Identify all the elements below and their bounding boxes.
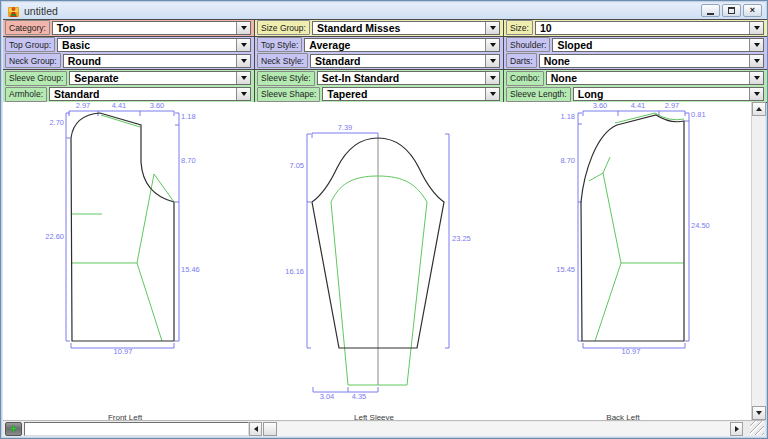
- size-value: 10: [536, 22, 749, 34]
- combo-label: Combo:: [506, 71, 544, 86]
- dim-label: 22.60: [34, 233, 64, 241]
- size-group-combobox[interactable]: Standard Misses: [312, 21, 500, 35]
- pattern-canvas[interactable]: 2.97 4.41 3.60 2.70 22.60 1.18 8.70 15.4…: [3, 102, 753, 420]
- dim-label: 24.50: [691, 222, 721, 230]
- minimize-button[interactable]: [701, 4, 720, 17]
- sleeve-shape-combobox[interactable]: Tapered: [322, 87, 500, 101]
- arrow-up-icon: [756, 107, 762, 111]
- dim-label: 15.45: [545, 266, 575, 274]
- chevron-down-icon[interactable]: [236, 88, 250, 100]
- chevron-down-icon[interactable]: [749, 22, 763, 34]
- vertical-scrollbar[interactable]: [751, 102, 765, 420]
- piece-name-back-left: Back Left: [583, 413, 663, 420]
- dim-label: 2.97: [70, 102, 96, 110]
- scroll-right-button[interactable]: [730, 422, 743, 436]
- chevron-down-icon[interactable]: [749, 55, 763, 67]
- size-group-value: Standard Misses: [313, 22, 485, 34]
- sleeve-shape-label: Sleeve Shape:: [257, 87, 320, 102]
- chevron-down-icon[interactable]: [749, 72, 763, 84]
- close-button[interactable]: ×: [743, 4, 762, 17]
- chevron-down-icon[interactable]: [236, 72, 250, 84]
- dim-label: 8.70: [181, 157, 211, 165]
- front-dimension-brackets: [66, 111, 179, 348]
- chevron-down-icon[interactable]: [485, 55, 499, 67]
- chevron-down-icon[interactable]: [236, 55, 250, 67]
- dim-label: 2.70: [34, 119, 64, 127]
- scroll-up-button[interactable]: [752, 102, 766, 116]
- size-label: Size:: [506, 20, 533, 35]
- shoulder-value: Sloped: [553, 39, 749, 51]
- sleeve-length-combobox[interactable]: Long: [573, 87, 764, 101]
- neck-group-combobox[interactable]: Round: [63, 54, 251, 68]
- title-bar[interactable]: untitled ×: [3, 3, 765, 19]
- sleeve-group-value: Separate: [70, 72, 236, 84]
- dim-label: 16.16: [274, 268, 304, 276]
- sleeve-style-combobox[interactable]: Set-In Standard: [317, 71, 500, 85]
- chevron-down-icon[interactable]: [236, 39, 250, 51]
- piece-name-left-sleeve: Left Sleeve: [334, 413, 414, 420]
- maximize-button[interactable]: [722, 4, 741, 17]
- combo-combobox[interactable]: None: [546, 71, 764, 85]
- dim-label: 2.97: [659, 102, 685, 110]
- combo-value: None: [547, 72, 749, 84]
- sleeve-style-label: Sleeve Style:: [257, 71, 315, 86]
- sleeve-group-label: Sleeve Group:: [5, 71, 67, 86]
- armhole-combobox[interactable]: Standard: [49, 87, 251, 101]
- top-group-label: Top Group:: [5, 37, 55, 52]
- category-label: Category:: [5, 20, 50, 35]
- piece-name-front-left: Front Left: [85, 413, 165, 420]
- field-top-group: Top Group: Basic: [3, 37, 255, 54]
- window-title: untitled: [24, 5, 58, 17]
- scroll-left-button[interactable]: [249, 422, 262, 436]
- field-armhole: Armhole: Standard: [3, 86, 255, 103]
- chevron-down-icon[interactable]: [485, 72, 499, 84]
- arrow-left-icon: [254, 426, 258, 432]
- pattern-options-panel: Category: Top Size Group: Standard Misse…: [3, 19, 767, 102]
- neck-style-value: Standard: [311, 55, 485, 67]
- scroll-down-button[interactable]: [752, 406, 766, 420]
- field-sleeve-style: Sleeve Style: Set-In Standard: [255, 70, 504, 87]
- sleeve-group-combobox[interactable]: Separate: [69, 71, 251, 85]
- back-left-outline[interactable]: [581, 115, 684, 341]
- darts-value: None: [540, 55, 749, 67]
- dim-label: 0.81: [691, 111, 721, 119]
- neck-group-value: Round: [64, 55, 236, 67]
- front-left-outline[interactable]: [71, 113, 174, 341]
- resize-grip-icon[interactable]: [750, 421, 764, 435]
- chevron-down-icon[interactable]: [485, 88, 499, 100]
- maximize-icon: [728, 7, 735, 14]
- field-combo: Combo: None: [504, 70, 767, 87]
- darts-combobox[interactable]: None: [539, 54, 764, 68]
- chevron-down-icon[interactable]: [485, 39, 499, 51]
- sleeve-style-value: Set-In Standard: [318, 72, 485, 84]
- chevron-down-icon[interactable]: [749, 39, 763, 51]
- neck-style-combobox[interactable]: Standard: [310, 54, 500, 68]
- sleeve-length-value: Long: [574, 88, 749, 100]
- darts-label: Darts:: [506, 53, 537, 68]
- horizontal-scrollbar[interactable]: [249, 422, 743, 436]
- dim-label: 4.35: [346, 393, 372, 401]
- pattern-tool-button[interactable]: +: [5, 422, 22, 436]
- green-plus-icon: +: [10, 424, 17, 434]
- dim-label: 3.60: [587, 102, 613, 110]
- arrow-down-icon: [756, 411, 762, 415]
- dim-label: 7.05: [274, 162, 304, 170]
- sleeve-length-label: Sleeve Length:: [506, 87, 571, 102]
- horizontal-scrollbar-thumb[interactable]: [263, 422, 277, 436]
- category-combobox[interactable]: Top: [52, 21, 251, 35]
- top-group-combobox[interactable]: Basic: [57, 38, 251, 52]
- chevron-down-icon[interactable]: [749, 88, 763, 100]
- neck-group-label: Neck Group:: [5, 53, 61, 68]
- field-sleeve-length: Sleeve Length: Long: [504, 86, 767, 103]
- dim-label: 4.41: [625, 102, 651, 110]
- chevron-down-icon[interactable]: [485, 22, 499, 34]
- sleeve-shape-value: Tapered: [323, 88, 485, 100]
- chevron-down-icon[interactable]: [236, 22, 250, 34]
- shoulder-combobox[interactable]: Sloped: [552, 38, 764, 52]
- size-combobox[interactable]: 10: [535, 21, 764, 35]
- bottom-bar: +: [3, 420, 765, 436]
- dim-label: 23.25: [452, 235, 482, 243]
- dim-label: 7.39: [332, 124, 358, 132]
- field-neck-style: Neck Style: Standard: [255, 53, 504, 70]
- top-style-combobox[interactable]: Average: [304, 38, 500, 52]
